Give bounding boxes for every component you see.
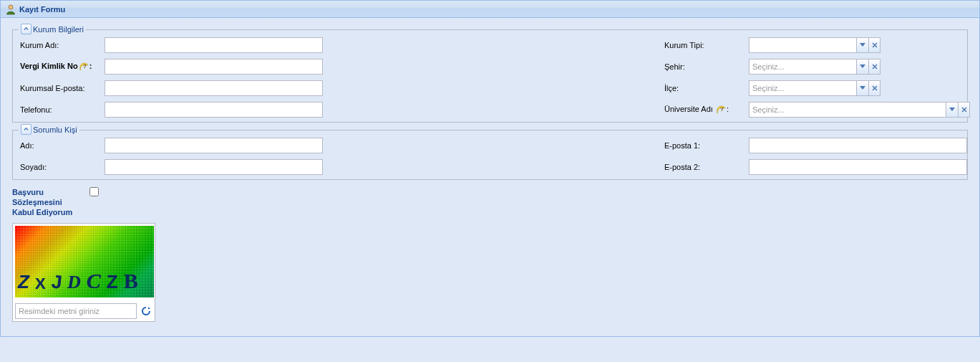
captcha-char: B xyxy=(124,269,138,293)
input-vergi-kimlik[interactable] xyxy=(105,59,323,75)
svg-point-0 xyxy=(9,5,13,9)
user-icon xyxy=(5,4,16,15)
svg-text:?: ? xyxy=(83,63,87,70)
combo-trigger-kurum-tipi[interactable] xyxy=(856,37,868,53)
label-universite: Üniversite Adı ? : xyxy=(664,105,749,115)
captcha-image: Z X J D C Z B xyxy=(15,226,154,297)
help-icon-universite[interactable]: ? xyxy=(717,105,727,115)
label-kurumsal-eposta: Kurumsal E-posta: xyxy=(20,84,105,92)
label-telefon: Telefonu: xyxy=(20,105,105,114)
agreement-checkbox[interactable] xyxy=(89,187,99,196)
help-icon[interactable]: ? xyxy=(79,62,89,72)
input-eposta2[interactable] xyxy=(749,159,967,175)
panel-header: Kayıt Formu xyxy=(1,1,979,18)
captcha-char: Z xyxy=(107,271,118,293)
label-eposta1: E-posta 1: xyxy=(664,141,749,150)
combo-clear-sehir[interactable] xyxy=(868,59,880,75)
combo-trigger-ilce[interactable] xyxy=(856,80,868,96)
panel-title: Kayıt Formu xyxy=(19,5,65,14)
fieldset-kurum: Kurum Bilgileri Kurum Adı: Vergi Kimlik … xyxy=(12,29,968,123)
collapse-toggle-sorumlu[interactable] xyxy=(21,124,31,135)
agreement-link[interactable]: Başvuru Sözleşmesini Kabul Ediyorum xyxy=(12,187,84,217)
combo-trigger-sehir[interactable] xyxy=(856,59,868,75)
label-eposta2: E-posta 2: xyxy=(664,163,749,171)
svg-text:?: ? xyxy=(720,106,724,113)
fieldset-kurum-title: Kurum Bilgileri xyxy=(33,25,84,34)
fieldset-sorumlu-legend: Sorumlu Kişi xyxy=(19,124,79,135)
label-ilce: İlçe: xyxy=(664,84,749,92)
captcha-input[interactable] xyxy=(15,303,137,319)
input-kurum-adi[interactable] xyxy=(105,37,323,53)
combo-trigger-universite[interactable] xyxy=(946,102,958,118)
panel-body: Kurum Bilgileri Kurum Adı: Vergi Kimlik … xyxy=(1,18,979,336)
label-soyadi: Soyadı: xyxy=(20,163,105,171)
label-vergi-kimlik-text: Vergi Kimlik No xyxy=(20,62,78,70)
combo-ilce[interactable] xyxy=(749,80,856,96)
captcha-box: Z X J D C Z B xyxy=(12,223,155,322)
combo-clear-kurum-tipi[interactable] xyxy=(868,37,880,53)
input-soyadi[interactable] xyxy=(105,159,323,175)
fieldset-sorumlu-title: Sorumlu Kişi xyxy=(33,125,77,134)
label-adi: Adı: xyxy=(20,141,105,150)
input-eposta1[interactable] xyxy=(749,138,967,153)
collapse-toggle-kurum[interactable] xyxy=(21,24,31,34)
combo-universite[interactable] xyxy=(749,102,946,118)
label-sehir: Şehir: xyxy=(664,62,749,71)
label-kurum-tipi: Kurum Tipi: xyxy=(664,41,749,49)
label-kurum-adi: Kurum Adı: xyxy=(20,41,105,49)
combo-clear-universite[interactable] xyxy=(958,102,970,118)
captcha-char: C xyxy=(87,269,101,293)
fieldset-sorumlu: Sorumlu Kişi Adı: Soyadı: E-posta 1: xyxy=(12,130,968,180)
captcha-char: D xyxy=(67,272,81,293)
combo-sehir[interactable] xyxy=(749,59,856,75)
input-telefon[interactable] xyxy=(105,102,323,118)
fieldset-kurum-legend: Kurum Bilgileri xyxy=(19,24,86,34)
label-universite-text: Üniversite Adı xyxy=(664,105,713,113)
registration-panel: Kayıt Formu Kurum Bilgileri Kurum Adı: xyxy=(0,0,980,337)
captcha-refresh-icon[interactable] xyxy=(140,305,152,318)
captcha-char: Z xyxy=(18,271,29,293)
captcha-char: J xyxy=(50,270,63,293)
input-kurumsal-eposta[interactable] xyxy=(105,80,323,96)
input-adi[interactable] xyxy=(105,138,323,153)
captcha-char: X xyxy=(35,275,46,293)
agreement-block: Başvuru Sözleşmesini Kabul Ediyorum xyxy=(12,187,155,217)
label-vergi-kimlik: Vergi Kimlik No ? : xyxy=(20,62,105,72)
combo-kurum-tipi[interactable] xyxy=(749,37,856,53)
combo-clear-ilce[interactable] xyxy=(868,80,880,96)
